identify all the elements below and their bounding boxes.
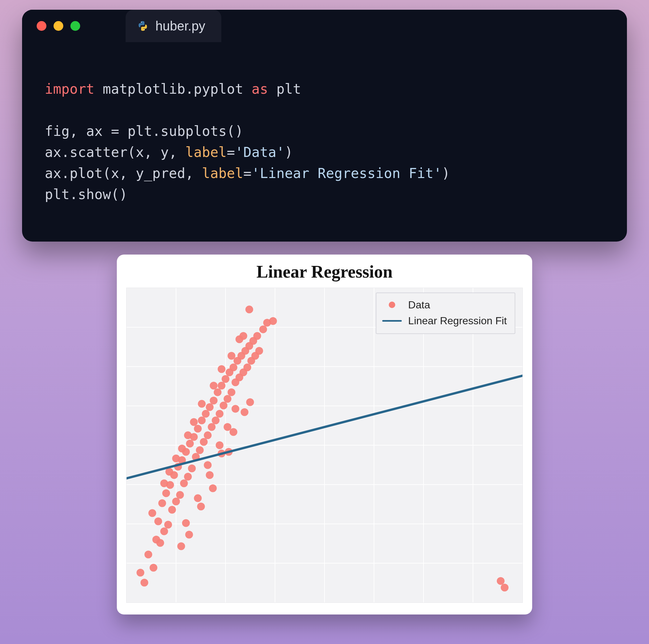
svg-point-100 — [182, 519, 190, 527]
svg-point-41 — [188, 464, 196, 472]
svg-point-38 — [184, 473, 192, 480]
plot-svg — [127, 288, 522, 602]
svg-point-94 — [172, 454, 180, 462]
svg-point-0 — [141, 22, 141, 22]
svg-point-22 — [155, 517, 162, 525]
close-icon[interactable] — [37, 21, 46, 31]
code-editor-window: huber.py import matplotlib.pyplot as plt… — [22, 10, 627, 241]
svg-point-1 — [144, 29, 144, 30]
chart-title: Linear Regression — [126, 262, 523, 282]
legend-marker-dot-icon — [389, 302, 395, 308]
svg-point-97 — [216, 441, 224, 449]
svg-point-56 — [214, 388, 222, 396]
chart-card: Linear Regression Data Linear Regression… — [117, 255, 532, 614]
editor-titlebar: huber.py — [22, 10, 627, 42]
svg-point-90 — [190, 418, 198, 426]
svg-point-92 — [178, 445, 186, 452]
svg-point-50 — [204, 431, 212, 439]
svg-point-53 — [209, 484, 217, 492]
svg-point-23 — [157, 539, 164, 547]
svg-point-88 — [227, 352, 235, 360]
svg-point-83 — [245, 306, 253, 313]
svg-point-58 — [218, 382, 225, 389]
svg-point-44 — [194, 425, 202, 432]
maximize-icon[interactable] — [71, 21, 80, 31]
svg-point-45 — [196, 446, 204, 454]
svg-point-39 — [185, 531, 193, 538]
svg-point-87 — [210, 382, 217, 389]
svg-point-96 — [204, 461, 212, 469]
svg-point-78 — [253, 332, 261, 340]
svg-point-55 — [212, 416, 220, 424]
svg-point-36 — [180, 479, 188, 487]
svg-point-59 — [220, 402, 227, 409]
svg-point-27 — [164, 521, 172, 528]
svg-point-95 — [160, 479, 168, 487]
svg-point-54 — [210, 397, 217, 404]
svg-point-60 — [222, 375, 229, 383]
svg-point-34 — [177, 542, 185, 550]
svg-point-85 — [240, 332, 247, 340]
legend-label-data: Data — [408, 299, 430, 311]
svg-point-19 — [149, 563, 158, 571]
legend-marker-line-icon — [382, 320, 402, 322]
svg-point-47 — [198, 416, 206, 424]
svg-point-107 — [501, 584, 509, 592]
svg-point-46 — [197, 502, 205, 510]
svg-point-52 — [208, 423, 215, 431]
legend-entry-fit: Linear Regression Fit — [382, 313, 507, 329]
plot-area: Data Linear Regression Fit — [126, 288, 523, 603]
svg-point-64 — [227, 388, 235, 396]
svg-point-18 — [144, 551, 152, 558]
svg-point-74 — [246, 398, 254, 406]
svg-point-61 — [224, 395, 231, 403]
svg-point-51 — [206, 403, 214, 411]
editor-tab[interactable]: huber.py — [126, 10, 221, 42]
svg-point-79 — [255, 347, 263, 355]
svg-point-89 — [198, 400, 206, 408]
svg-point-106 — [497, 577, 505, 585]
svg-point-16 — [137, 569, 144, 577]
svg-point-72 — [243, 364, 251, 371]
svg-point-91 — [184, 431, 192, 439]
svg-point-24 — [158, 499, 166, 507]
svg-point-80 — [259, 325, 267, 333]
svg-point-105 — [241, 408, 249, 416]
svg-point-31 — [172, 497, 180, 505]
minimize-icon[interactable] — [53, 21, 63, 31]
svg-point-65 — [229, 364, 237, 371]
svg-point-101 — [194, 494, 202, 502]
svg-point-49 — [202, 410, 210, 418]
svg-point-26 — [162, 489, 170, 497]
legend-label-fit: Linear Regression Fit — [408, 315, 507, 327]
svg-point-40 — [186, 440, 194, 447]
svg-point-57 — [216, 410, 224, 418]
svg-point-20 — [148, 509, 156, 517]
python-icon — [137, 20, 148, 32]
svg-point-82 — [269, 317, 277, 325]
svg-point-29 — [168, 506, 176, 514]
svg-point-48 — [200, 438, 208, 446]
svg-point-99 — [232, 405, 240, 412]
svg-point-98 — [224, 423, 231, 431]
traffic-lights — [22, 10, 93, 42]
svg-point-102 — [206, 471, 214, 478]
legend: Data Linear Regression Fit — [376, 292, 515, 334]
svg-point-17 — [140, 579, 148, 586]
tab-filename: huber.py — [156, 19, 205, 33]
svg-point-104 — [229, 428, 237, 436]
svg-point-25 — [160, 527, 168, 535]
legend-entry-data: Data — [382, 297, 507, 313]
svg-point-33 — [176, 491, 184, 499]
code-content[interactable]: import matplotlib.pyplot as plt fig, ax … — [22, 56, 627, 228]
svg-point-86 — [218, 365, 225, 373]
